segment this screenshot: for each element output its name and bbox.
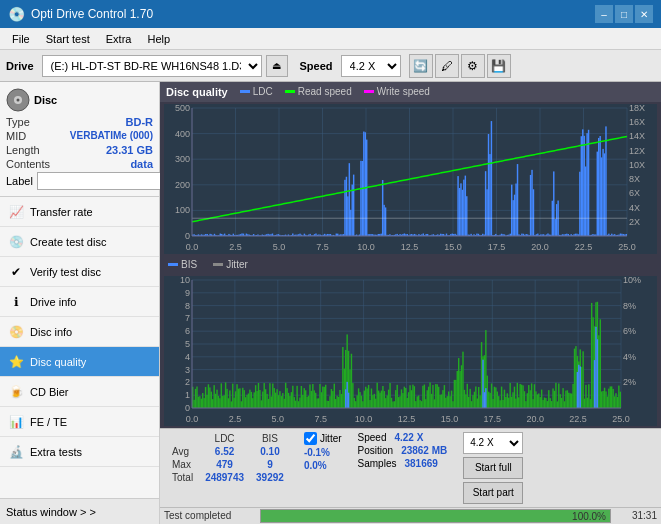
menu-file[interactable]: File (4, 31, 38, 47)
chart-header: Disc quality LDC Read speed Write speed (160, 82, 661, 102)
avg-ldc: 6.52 (199, 445, 250, 458)
stats-total-row: Total 2489743 39292 (166, 471, 290, 484)
disc-length-row: Length 23.31 GB (6, 144, 153, 156)
bottom-chart (164, 276, 657, 426)
max-bis: 9 (250, 458, 290, 471)
samples-label: Samples (358, 458, 397, 469)
status-window-label: Status window > > (6, 506, 96, 518)
stats-avg-row: Avg 6.52 0.10 (166, 445, 290, 458)
top-chart (164, 104, 657, 254)
minimize-button[interactable]: – (595, 5, 613, 23)
legend-ldc: LDC (240, 86, 273, 97)
cd-bier-icon: 🍺 (8, 384, 24, 400)
max-label: Max (166, 458, 199, 471)
samples-row: Samples 381669 (358, 458, 448, 469)
legend-read-speed: Read speed (285, 86, 352, 97)
app-title: Opti Drive Control 1.70 (31, 7, 595, 21)
titlebar: 💿 Opti Drive Control 1.70 – □ ✕ (0, 0, 661, 28)
fe-te-icon: 📊 (8, 414, 24, 430)
position-label: Position (358, 445, 394, 456)
progress-bar-container: Test completed 100.0% 31:31 (160, 507, 661, 524)
menu-extra[interactable]: Extra (98, 31, 140, 47)
toolbar-icons: 🔄 🖊 ⚙ 💾 (409, 54, 511, 78)
samples-value: 381669 (404, 458, 437, 469)
sidebar-item-extra-tests[interactable]: 🔬 Extra tests (0, 437, 159, 467)
sidebar-nav: 📈 Transfer rate 💿 Create test disc ✔ Ver… (0, 197, 159, 498)
elapsed-time: 31:31 (617, 510, 657, 521)
settings-button[interactable]: ⚙ (461, 54, 485, 78)
sidebar-item-transfer-rate[interactable]: 📈 Transfer rate (0, 197, 159, 227)
burn-button[interactable]: 🖊 (435, 54, 459, 78)
stats-panel: LDC BIS Avg 6.52 0.10 Max 479 9 Total 24… (160, 428, 661, 507)
maximize-button[interactable]: □ (615, 5, 633, 23)
legend-bis: BIS (168, 259, 197, 270)
disc-label-input[interactable] (37, 172, 170, 190)
speed-value: 4.22 X (394, 432, 423, 443)
sidebar-item-create-test-disc[interactable]: 💿 Create test disc (0, 227, 159, 257)
charts-container: BIS Jitter (160, 102, 661, 428)
jitter-section: Jitter -0.1% 0.0% (304, 432, 342, 471)
speed-position-section: Speed 4.22 X Position 23862 MB Samples 3… (358, 432, 448, 469)
stats-table: LDC BIS Avg 6.52 0.10 Max 479 9 Total 24… (166, 432, 290, 484)
avg-bis: 0.10 (250, 445, 290, 458)
col-bis: BIS (250, 432, 290, 445)
sidebar-item-cd-bier[interactable]: 🍺 CD Bier (0, 377, 159, 407)
total-label: Total (166, 471, 199, 484)
total-bis: 39292 (250, 471, 290, 484)
save-button[interactable]: 💾 (487, 54, 511, 78)
eject-button[interactable]: ⏏ (266, 55, 288, 77)
menu-start-test[interactable]: Start test (38, 31, 98, 47)
position-row: Position 23862 MB (358, 445, 448, 456)
disc-info-icon: 📀 (8, 324, 24, 340)
disc-contents-row: Contents data (6, 158, 153, 170)
jitter-checkbox[interactable] (304, 432, 317, 445)
disc-icon (6, 88, 30, 112)
refresh-button[interactable]: 🔄 (409, 54, 433, 78)
sidebar-item-disc-quality[interactable]: ⭐ Disc quality (0, 347, 159, 377)
status-window[interactable]: Status window > > (0, 498, 159, 524)
legend-write-speed: Write speed (364, 86, 430, 97)
stats-max-row: Max 479 9 (166, 458, 290, 471)
menubar: File Start test Extra Help (0, 28, 661, 50)
progress-bar: 100.0% (260, 509, 611, 523)
transfer-rate-icon: 📈 (8, 204, 24, 220)
main-area: Disc Type BD-R MID VERBATIMe (000) Lengt… (0, 82, 661, 524)
close-button[interactable]: ✕ (635, 5, 653, 23)
jitter-max: 0.0% (304, 460, 342, 471)
status-text: Test completed (164, 510, 254, 521)
jitter-avg: -0.1% (304, 447, 342, 458)
verify-test-disc-icon: ✔ (8, 264, 24, 280)
menu-help[interactable]: Help (139, 31, 178, 47)
drive-toolbar: Drive (E:) HL-DT-ST BD-RE WH16NS48 1.D3 … (0, 50, 661, 82)
avg-label: Avg (166, 445, 199, 458)
legend-jitter: Jitter (213, 259, 248, 270)
right-panel: Disc quality LDC Read speed Write speed (160, 82, 661, 524)
disc-label-row: Label 🔍 (6, 172, 153, 190)
speed-select[interactable]: 4.2 X (341, 55, 401, 77)
sidebar-item-fe-te[interactable]: 📊 FE / TE (0, 407, 159, 437)
col-ldc: LDC (199, 432, 250, 445)
drive-select[interactable]: (E:) HL-DT-ST BD-RE WH16NS48 1.D3 (42, 55, 262, 77)
max-ldc: 479 (199, 458, 250, 471)
window-controls: – □ ✕ (595, 5, 653, 23)
chart2-legend: BIS Jitter (164, 256, 657, 274)
start-full-button[interactable]: Start full (463, 457, 523, 479)
jitter-label: Jitter (320, 433, 342, 444)
create-test-disc-icon: 💿 (8, 234, 24, 250)
drive-info-icon: ℹ (8, 294, 24, 310)
start-part-button[interactable]: Start part (463, 482, 523, 504)
sidebar-item-verify-test-disc[interactable]: ✔ Verify test disc (0, 257, 159, 287)
speed-row: Speed 4.22 X (358, 432, 448, 443)
position-value: 23862 MB (401, 445, 447, 456)
progress-bar-fill (261, 510, 610, 522)
speed-dropdown[interactable]: 4.2 X (463, 432, 523, 454)
disc-mid-row: MID VERBATIMe (000) (6, 130, 153, 142)
total-ldc: 2489743 (199, 471, 250, 484)
sidebar-item-drive-info[interactable]: ℹ Drive info (0, 287, 159, 317)
sidebar-item-disc-info[interactable]: 📀 Disc info (0, 317, 159, 347)
action-buttons: 4.2 X Start full Start part (463, 432, 523, 504)
disc-type-row: Type BD-R (6, 116, 153, 128)
svg-point-2 (17, 99, 20, 102)
disc-section-title: Disc (34, 94, 57, 106)
speed-label: Speed (300, 60, 333, 72)
